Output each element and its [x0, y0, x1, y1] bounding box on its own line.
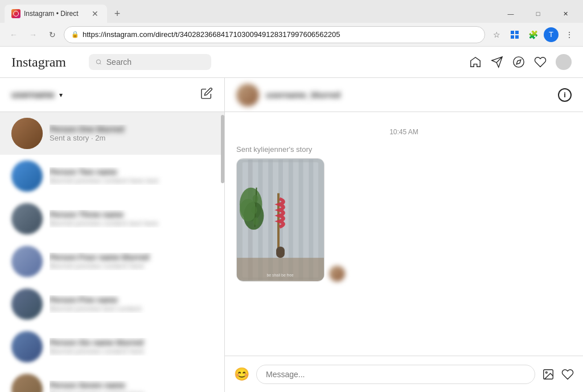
dm-preview: Blurred preview text content — [50, 304, 213, 313]
dm-item[interactable]: Person Three name Blurred preview conten… — [0, 197, 224, 240]
tab-title: Instagram • Direct — [24, 10, 87, 18]
dm-item[interactable]: Person Five name Blurred preview text co… — [0, 283, 224, 325]
sender-avatar — [329, 266, 345, 282]
emoji-button[interactable]: 😊 — [234, 367, 249, 382]
instagram-logo: Instagram — [11, 55, 66, 70]
dm-avatar — [11, 246, 43, 277]
compose-button[interactable] — [200, 87, 213, 103]
tab-close-button[interactable]: ✕ — [90, 9, 100, 19]
chat-avatar — [236, 84, 259, 106]
info-icon: i — [558, 88, 572, 102]
svg-line-1 — [100, 63, 101, 64]
dm-info: Person Six name blurred Blurred preview … — [50, 338, 213, 356]
chat-messages: 10:45 AM Sent kyliejenner's story — [225, 112, 583, 356]
dm-preview: Blurred preview content here — [50, 262, 213, 270]
svg-rect-21 — [277, 193, 280, 255]
chevron-down-icon[interactable]: ▾ — [59, 91, 63, 99]
minimize-button[interactable]: — — [498, 6, 524, 22]
scroll-indicator — [220, 112, 224, 392]
dm-info: Person Five name Blurred preview text co… — [50, 295, 213, 313]
chat-panel: username_blurred i 10:45 AM Sent kylieje… — [225, 78, 583, 392]
dm-item[interactable]: Person Four name blurred Blurred preview… — [0, 240, 224, 283]
chat-info-button[interactable]: i — [558, 88, 572, 102]
story-share-card[interactable]: be shall be free — [236, 158, 325, 282]
chat-username: username_blurred — [266, 90, 340, 100]
message-input[interactable] — [256, 365, 535, 384]
window-controls: — □ ✕ — [498, 6, 578, 22]
dm-avatar — [11, 374, 43, 392]
dm-avatar — [11, 331, 43, 362]
forward-button[interactable]: → — [25, 27, 41, 43]
browser-chrome: Instagram • Direct ✕ + — □ ✕ ← → ↻ 🔒 htt… — [0, 0, 583, 47]
heart-icon[interactable] — [534, 56, 547, 68]
dm-preview: Blurred preview content text here — [50, 219, 213, 228]
explore-icon[interactable] — [512, 56, 525, 68]
dm-name: Person Two name — [50, 167, 213, 176]
dm-info: Person Two name Blurred preview content … — [50, 167, 213, 185]
active-tab[interactable]: Instagram • Direct ✕ — [5, 5, 107, 23]
close-button[interactable]: ✕ — [552, 6, 578, 22]
dm-preview: Blurred preview content here — [50, 390, 213, 392]
svg-text:be shall be free: be shall be free — [266, 273, 293, 277]
dm-info: Person One blurred Sent a story · 2m — [50, 125, 213, 142]
bookmark-star-button[interactable]: ☆ — [488, 27, 504, 43]
svg-point-20 — [253, 217, 259, 225]
dm-avatar — [11, 288, 43, 320]
search-bar[interactable] — [89, 54, 211, 70]
dm-item[interactable]: Person Two name Blurred preview content … — [0, 155, 224, 197]
dm-name: Person Six name blurred — [50, 338, 213, 347]
dm-name: Person One blurred — [50, 125, 213, 134]
lock-icon: 🔒 — [71, 31, 79, 38]
dm-name: Person Four name blurred — [50, 253, 213, 262]
svg-point-2 — [514, 57, 524, 67]
story-image: be shall be free — [237, 159, 324, 281]
back-button[interactable]: ← — [6, 27, 22, 43]
dm-avatar — [11, 160, 43, 192]
story-illustration: be shall be free — [237, 159, 324, 281]
user-avatar-header[interactable] — [556, 54, 572, 70]
dm-item[interactable]: Person One blurred Sent a story · 2m — [0, 112, 224, 155]
svg-rect-22 — [276, 246, 285, 258]
dm-avatar — [11, 118, 43, 149]
url-text: https://instagram.com/direct/t/340282366… — [83, 30, 478, 39]
address-bar[interactable]: 🔒 https://instagram.com/direct/t/3402823… — [64, 26, 485, 43]
grid-icon — [511, 31, 519, 39]
dm-list-panel: username ▾ Person One blurred — [0, 78, 225, 392]
image-icon — [542, 368, 555, 381]
dm-list: Person One blurred Sent a story · 2m Per… — [0, 112, 224, 392]
dm-info: Person Seven name Blurred preview conten… — [50, 381, 213, 392]
tab-favicon — [11, 9, 20, 18]
heart-icon — [561, 368, 574, 381]
maximize-button[interactable]: □ — [525, 6, 551, 22]
new-tab-button[interactable]: + — [109, 6, 125, 22]
chrome-menu-button[interactable]: ⋮ — [561, 27, 577, 43]
dm-item[interactable]: Person Six name blurred Blurred preview … — [0, 325, 224, 368]
dm-info: Person Four name blurred Blurred preview… — [50, 253, 213, 270]
dm-item[interactable]: Person Seven name Blurred preview conten… — [0, 368, 224, 392]
svg-marker-3 — [516, 60, 521, 64]
input-actions — [542, 368, 574, 381]
profile-avatar: T — [544, 27, 559, 42]
image-upload-button[interactable] — [542, 368, 555, 381]
instagram-app: Instagram userna — [0, 47, 583, 392]
chat-header: username_blurred i — [225, 78, 583, 112]
dm-name: Person Seven name — [50, 381, 213, 390]
header-icons — [469, 54, 572, 70]
search-input[interactable] — [106, 57, 204, 67]
svg-point-26 — [545, 372, 547, 373]
search-icon — [96, 59, 102, 65]
profile-button[interactable]: T — [543, 27, 559, 43]
message-timestamp: 10:45 AM — [236, 128, 572, 136]
direct-send-icon[interactable] — [491, 56, 503, 68]
refresh-button[interactable]: ↻ — [44, 27, 60, 43]
dm-avatar — [11, 203, 43, 234]
nav-tools: ☆ 🧩 T ⋮ — [488, 27, 577, 43]
grid-apps-button[interactable] — [507, 27, 523, 43]
extensions-button[interactable]: 🧩 — [525, 27, 541, 43]
dm-name: Person Five name — [50, 295, 213, 304]
dm-info: Person Three name Blurred preview conten… — [50, 210, 213, 228]
dm-preview: Sent a story · 2m — [50, 134, 213, 142]
instagram-header: Instagram — [0, 47, 583, 78]
like-button[interactable] — [561, 368, 574, 381]
home-icon[interactable] — [469, 56, 482, 68]
